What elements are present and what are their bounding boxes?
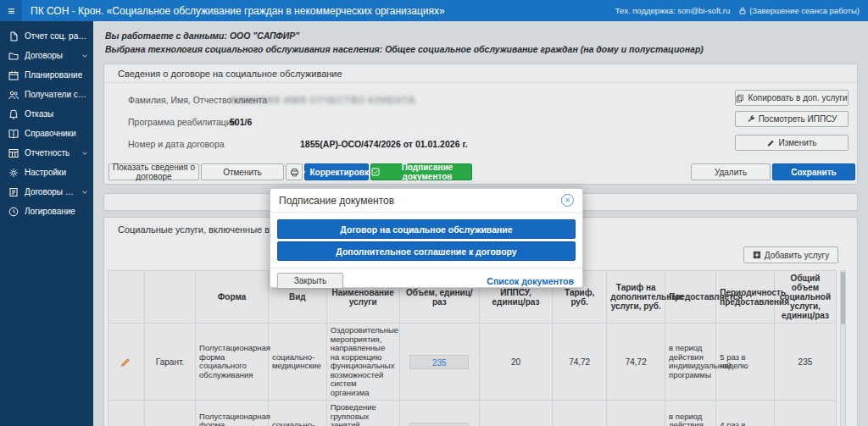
contract-document-button[interactable]: Договор на социальное обслуживание — [277, 219, 576, 239]
bell-icon — [8, 109, 19, 119]
contract-number-label: Номер и дата договора — [128, 139, 225, 149]
dialog-title: Подписание документов — [279, 195, 394, 207]
print-icon — [290, 168, 299, 177]
rehab-program-value: 501/6 — [230, 117, 252, 127]
sidebar-item-recipients[interactable]: Получатели соц. услуг — [0, 85, 93, 104]
col-total: Общий объем социальной услуги, единиц/ра… — [774, 271, 836, 324]
view-ippsu-button[interactable]: Посмотреть ИППСУ — [735, 111, 849, 127]
gear-icon — [8, 168, 19, 178]
sign-icon — [371, 168, 380, 176]
edit-icon — [766, 139, 775, 147]
sidebar-item-refusals[interactable]: Отказы — [0, 104, 93, 124]
sidebar: Отчет соц. работника Договоры Планирован… — [0, 21, 93, 426]
table-row: Гарант. Полустационарная форма социально… — [108, 324, 837, 401]
sidebar-item-additional-contracts[interactable]: Договоры на доп. у... — [0, 182, 93, 202]
contract-panel-title: Сведения о договоре на социальное обслуж… — [104, 64, 857, 83]
chevron-down-icon — [81, 53, 88, 59]
chevron-down-icon — [81, 150, 88, 157]
cancel-button[interactable]: Отменить — [201, 163, 284, 180]
sidebar-item-report[interactable]: Отчет соц. работника — [0, 26, 93, 46]
col-tariff-add: Тариф на дополнительные услуги, руб. — [607, 271, 665, 324]
close-dialog-button[interactable]: Закрыть — [277, 273, 343, 289]
sidebar-item-settings[interactable]: Настройки — [0, 163, 93, 182]
calendar-icon — [8, 70, 19, 80]
support-link[interactable]: Тех. поддержка: son@bi-soft.ru — [615, 6, 730, 15]
save-button[interactable]: Сохранить — [772, 163, 855, 180]
col-provided: Предоставляется — [665, 271, 716, 324]
contract-icon — [8, 187, 19, 197]
app-title: ПК СОН - Крон. «Социальное обслуживание … — [22, 5, 445, 17]
table-row: Гарант. Полустационарная форма социально… — [108, 401, 837, 426]
plus-icon — [753, 251, 761, 259]
report-icon — [8, 148, 19, 158]
document-icon — [8, 31, 19, 41]
contract-number-value: 1855(АР)-ОСО/474/2026 от 01.01.2026 г. — [300, 139, 468, 149]
table-scrollbar[interactable] — [840, 270, 846, 426]
edit-contract-button[interactable]: Изменить — [735, 135, 849, 151]
app-window: ≡ ПК СОН - Крон. «Социальное обслуживани… — [0, 0, 868, 426]
documents-list-link[interactable]: Список документов — [487, 276, 574, 286]
contract-panel: Сведения о договоре на социальное обслуж… — [103, 64, 858, 185]
signing-documents-dialog: Подписание документов × Договор на социа… — [270, 188, 583, 288]
menu-icon[interactable]: ≡ — [0, 0, 22, 21]
sidebar-item-contracts[interactable]: Договоры — [0, 46, 93, 65]
copy-icon — [736, 94, 744, 102]
chevron-down-icon — [81, 189, 88, 196]
table-scrollbar-thumb[interactable] — [841, 272, 845, 324]
log-icon — [8, 207, 19, 217]
copy-to-additional-button[interactable]: Копировать в доп. услуги — [735, 90, 849, 106]
pencil-icon[interactable] — [112, 357, 141, 368]
book-icon — [8, 129, 19, 139]
lock-icon — [738, 6, 747, 15]
users-icon — [8, 90, 19, 100]
col-periodicity: Периодичность предоставления — [716, 271, 775, 324]
tool-icon — [747, 115, 755, 124]
context-technology: Выбрана технология социального обслужива… — [105, 42, 856, 56]
add-service-button[interactable]: Добавить услугу — [743, 246, 838, 263]
additional-agreement-button[interactable]: Дополнительное соглашение к договору — [277, 241, 576, 261]
sign-documents-button[interactable]: Подписание документов — [370, 163, 472, 180]
sidebar-item-planning[interactable]: Планирование — [0, 65, 93, 85]
volume-input[interactable]: 44 — [409, 423, 469, 426]
col-edit — [108, 271, 145, 324]
context-company: Вы работаете с данными: ООО "САПФИР" — [105, 29, 856, 42]
services-table: Форма Вид Наименование услуги Объем, еди… — [108, 270, 837, 426]
sidebar-item-reporting[interactable]: Отчетность — [0, 143, 93, 163]
delete-button[interactable]: Удалить — [691, 163, 771, 180]
bolt-icon — [300, 168, 307, 176]
rehab-program-label: Программа реабилитации — [128, 117, 236, 127]
folder-icon — [8, 51, 19, 61]
top-bar: ≡ ПК СОН - Крон. «Социальное обслуживани… — [0, 0, 868, 21]
sidebar-item-directories[interactable]: Справочники — [0, 124, 93, 143]
logout-button[interactable]: (Завершение сеанса работы) — [738, 6, 860, 15]
sidebar-item-logging[interactable]: Логирование — [0, 202, 93, 221]
client-name-value: ФАМИЛИЯ ИМЯ ОТЧЕСТВО КЛИЕНТА — [230, 95, 415, 105]
correction-button[interactable]: Корректировка — [304, 163, 369, 180]
volume-input[interactable]: 235 — [409, 355, 469, 369]
col-form: Форма — [196, 271, 269, 324]
show-contract-details-button[interactable]: Показать сведения о договоре — [108, 163, 199, 180]
close-icon[interactable]: × — [561, 194, 574, 207]
col-guarantee — [144, 271, 195, 324]
